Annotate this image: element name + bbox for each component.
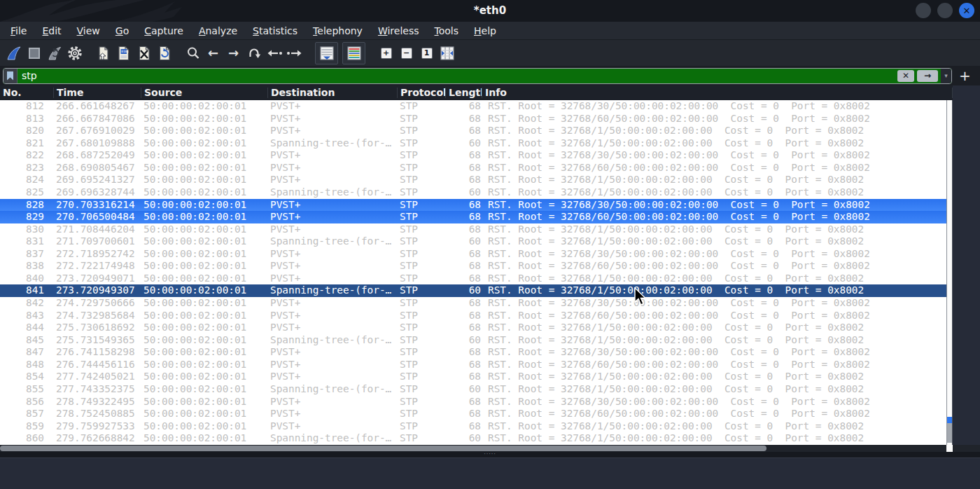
go-first-packet-button[interactable] — [264, 43, 284, 64]
packet-row-825[interactable]: 825269.69632874450:00:00:02:00:01Spannin… — [0, 186, 946, 199]
packet-row-813[interactable]: 813266.66784708650:00:00:02:00:01PVST+ST… — [0, 113, 946, 125]
packet-row-859[interactable]: 859279.75992753350:00:00:02:00:01PVST+ST… — [0, 420, 946, 433]
packet-row-824[interactable]: 824269.69524132750:00:00:02:00:01PVST+ST… — [0, 174, 946, 186]
go-forward-button[interactable]: → — [223, 43, 244, 64]
open-file-button[interactable] — [93, 43, 113, 64]
first-packet-icon — [266, 46, 283, 61]
minimize-button[interactable] — [916, 3, 931, 18]
packet-row-857[interactable]: 857278.75245088550:00:00:02:00:01PVST+ST… — [0, 408, 946, 420]
restart-fin-icon — [46, 45, 63, 62]
packet-row-848[interactable]: 848276.74445611650:00:00:02:00:01PVST+ST… — [0, 359, 946, 371]
zoom-normal-button[interactable]: 1 — [416, 43, 437, 64]
packet-row-842[interactable]: 842274.72975066650:00:00:02:00:01PVST+ST… — [0, 297, 946, 310]
go-back-button[interactable]: ← — [203, 43, 223, 64]
packet-row-830[interactable]: 830271.70844620450:00:00:02:00:01PVST+ST… — [0, 223, 946, 236]
filter-bookmark-button[interactable] — [4, 69, 18, 83]
filter-dropdown-caret[interactable]: ▾ — [941, 68, 951, 84]
menu-statistics[interactable]: Statistics — [245, 24, 305, 38]
maximize-button[interactable] — [937, 3, 953, 18]
packet-row-843[interactable]: 843274.73298568450:00:00:02:00:01PVST+ST… — [0, 310, 946, 322]
close-button[interactable]: ✕ — [959, 3, 974, 18]
apply-filter-button[interactable]: → — [917, 70, 938, 82]
cell-destination: PVST+ — [268, 297, 398, 310]
menu-view[interactable]: View — [69, 24, 108, 38]
menu-edit[interactable]: Edit — [34, 24, 69, 38]
resize-columns-button[interactable] — [437, 43, 457, 64]
packet-row-854[interactable]: 854277.74240502150:00:00:02:00:01PVST+ST… — [0, 371, 946, 383]
column-header-no[interactable]: No. — [0, 88, 54, 98]
clear-filter-button[interactable]: ✕ — [897, 70, 914, 82]
packet-row-837[interactable]: 837272.71895274250:00:00:02:00:01PVST+ST… — [0, 248, 946, 261]
packet-row-823[interactable]: 823268.69080546750:00:00:02:00:01PVST+ST… — [0, 162, 946, 174]
cell-protocol: STP — [398, 310, 446, 322]
packet-row-856[interactable]: 856278.74932249550:00:00:02:00:01PVST+ST… — [0, 396, 946, 408]
go-last-packet-button[interactable] — [284, 43, 304, 64]
cell-time: 277.742405021 — [54, 371, 141, 383]
reload-file-button[interactable] — [154, 43, 174, 64]
packet-row-855[interactable]: 855277.74335237550:00:00:02:00:01Spannin… — [0, 383, 946, 396]
horizontal-scrollbar-thumb[interactable] — [0, 446, 766, 451]
menu-analyze[interactable]: Analyze — [191, 24, 245, 38]
cell-time: 267.676910029 — [54, 125, 141, 137]
cell-source: 50:00:00:02:00:01 — [141, 334, 268, 347]
cell-source: 50:00:00:02:00:01 — [141, 211, 268, 223]
cell-destination: PVST+ — [268, 420, 398, 433]
pane-splitter[interactable]: ····· — [0, 452, 980, 457]
capture-options-button[interactable] — [64, 43, 85, 64]
stop-capture-button[interactable] — [24, 43, 44, 64]
packet-row-838[interactable]: 838272.72217494850:00:00:02:00:01PVST+ST… — [0, 260, 946, 273]
colorize-packets-button[interactable] — [342, 42, 365, 64]
packet-row-841[interactable]: 841273.72094930750:00:00:02:00:01Spannin… — [0, 284, 946, 297]
zoom-out-button[interactable]: − — [396, 43, 416, 64]
column-header-info[interactable]: Info — [482, 88, 953, 98]
menu-help[interactable]: Help — [466, 24, 504, 38]
save-file-button[interactable]: 0101 — [113, 43, 134, 64]
save-file-icon: 0101 — [115, 45, 132, 62]
cell-time: 278.749322495 — [54, 396, 141, 408]
menu-wireless[interactable]: Wireless — [370, 24, 427, 38]
auto-scroll-button[interactable] — [315, 42, 338, 64]
display-filter-input[interactable]: stp ✕ → ▾ — [3, 68, 952, 84]
menu-go[interactable]: Go — [108, 24, 136, 38]
column-header-time[interactable]: Time — [54, 88, 141, 98]
cell-protocol: STP — [398, 334, 446, 347]
cell-info: RST. Root = 32768/30/50:00:00:02:00:00 C… — [482, 297, 946, 310]
cell-length: 68 — [446, 322, 482, 334]
cell-protocol: STP — [398, 359, 446, 371]
packet-row-831[interactable]: 831271.70970060150:00:00:02:00:01Spannin… — [0, 235, 946, 248]
window-controls: ✕ — [916, 3, 974, 18]
menu-capture[interactable]: Capture — [136, 24, 191, 38]
add-filter-button[interactable]: + — [959, 69, 971, 83]
column-header-source[interactable]: Source — [141, 88, 268, 98]
packet-row-845[interactable]: 845275.73154936550:00:00:02:00:01Spannin… — [0, 334, 946, 347]
packet-row-847[interactable]: 847276.74115829850:00:00:02:00:01PVST+ST… — [0, 346, 946, 359]
packet-row-820[interactable]: 820267.67691002950:00:00:02:00:01PVST+ST… — [0, 125, 946, 137]
vertical-scrollbar[interactable] — [946, 100, 953, 445]
packet-row-828[interactable]: 828270.70331621450:00:00:02:00:01PVST+ST… — [0, 199, 946, 212]
packet-row-812[interactable]: 812266.66164826750:00:00:02:00:01PVST+ST… — [0, 100, 946, 113]
column-header-length[interactable]: Length — [446, 88, 482, 98]
find-packet-button[interactable] — [183, 43, 203, 64]
cell-no: 848 — [0, 359, 54, 371]
column-header-destination[interactable]: Destination — [268, 88, 398, 98]
vertical-scrollbar-thumb[interactable] — [947, 423, 952, 443]
horizontal-scrollbar[interactable] — [0, 445, 980, 452]
packet-row-821[interactable]: 821267.68010988850:00:00:02:00:01Spannin… — [0, 137, 946, 150]
start-capture-button[interactable] — [4, 43, 24, 64]
column-header-protocol[interactable]: Protocol — [398, 88, 446, 98]
menu-file[interactable]: File — [3, 24, 34, 38]
go-to-packet-button[interactable] — [244, 43, 264, 64]
restart-capture-button[interactable] — [44, 43, 64, 64]
packet-row-829[interactable]: 829270.70650048450:00:00:02:00:01PVST+ST… — [0, 211, 946, 223]
cell-time: 269.695241327 — [54, 174, 141, 186]
menu-telephony[interactable]: Telephony — [305, 24, 370, 38]
menu-tools[interactable]: Tools — [427, 24, 467, 38]
cell-info: RST. Root = 32768/30/50:00:00:02:00:00 C… — [482, 248, 946, 261]
cell-length: 60 — [446, 235, 482, 248]
packet-row-860[interactable]: 860279.76266884250:00:00:02:00:01Spannin… — [0, 432, 946, 445]
packet-row-840[interactable]: 840273.72094907150:00:00:02:00:01PVST+ST… — [0, 273, 946, 285]
packet-row-822[interactable]: 822268.68725204950:00:00:02:00:01PVST+ST… — [0, 149, 946, 162]
close-file-button[interactable] — [134, 43, 154, 64]
packet-row-844[interactable]: 844275.73061869250:00:00:02:00:01PVST+ST… — [0, 322, 946, 334]
zoom-in-button[interactable]: + — [376, 43, 396, 64]
